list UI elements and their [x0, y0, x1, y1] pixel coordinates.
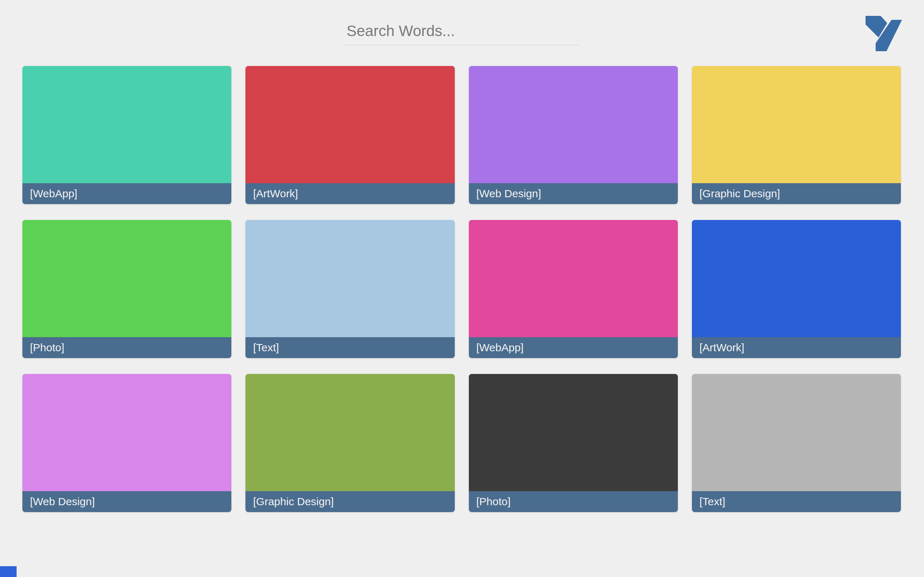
- card-category-label: [Graphic Design]: [246, 491, 454, 512]
- card[interactable]: [Web Design]: [23, 374, 231, 512]
- card-category-label: [ArtWork]: [692, 337, 901, 358]
- search-input[interactable]: [345, 21, 579, 45]
- card[interactable]: [ArtWork]: [692, 220, 901, 358]
- card-category-label: [Graphic Design]: [692, 183, 901, 204]
- card-thumbnail: [692, 66, 901, 183]
- card-thumbnail: [246, 374, 454, 491]
- card[interactable]: [WebApp]: [469, 220, 678, 358]
- corner-accent: [0, 566, 16, 577]
- card-thumbnail: [23, 220, 231, 337]
- card-thumbnail: [23, 374, 231, 491]
- card-category-label: [WebApp]: [469, 337, 678, 358]
- card-thumbnail: [469, 220, 678, 337]
- card-category-label: [Text]: [246, 337, 454, 358]
- card-thumbnail: [692, 374, 901, 491]
- card[interactable]: [Graphic Design]: [246, 374, 454, 512]
- card[interactable]: [ArtWork]: [246, 66, 454, 204]
- card-category-label: [Web Design]: [23, 491, 231, 512]
- card-thumbnail: [246, 66, 454, 183]
- card-category-label: [Web Design]: [469, 183, 678, 204]
- card[interactable]: [Text]: [692, 374, 901, 512]
- card-thumbnail: [469, 374, 678, 491]
- card-thumbnail: [246, 220, 454, 337]
- card[interactable]: [Photo]: [23, 220, 231, 358]
- card[interactable]: [Photo]: [469, 374, 678, 512]
- card[interactable]: [WebApp]: [23, 66, 231, 204]
- card-thumbnail: [692, 220, 901, 337]
- card-category-label: [ArtWork]: [246, 183, 454, 204]
- y-bird-logo-icon: [864, 13, 902, 52]
- card[interactable]: [Graphic Design]: [692, 66, 901, 204]
- top-bar: [0, 0, 924, 66]
- card-category-label: [Photo]: [469, 491, 678, 512]
- card[interactable]: [Web Design]: [469, 66, 678, 204]
- card-thumbnail: [469, 66, 678, 183]
- card-thumbnail: [23, 66, 231, 183]
- card-grid: [WebApp] [ArtWork] [Web Design] [Graphic…: [23, 66, 901, 512]
- card-category-label: [WebApp]: [23, 183, 231, 204]
- card-category-label: [Photo]: [23, 337, 231, 358]
- brand-logo[interactable]: [864, 13, 902, 52]
- card[interactable]: [Text]: [246, 220, 454, 358]
- card-category-label: [Text]: [692, 491, 901, 512]
